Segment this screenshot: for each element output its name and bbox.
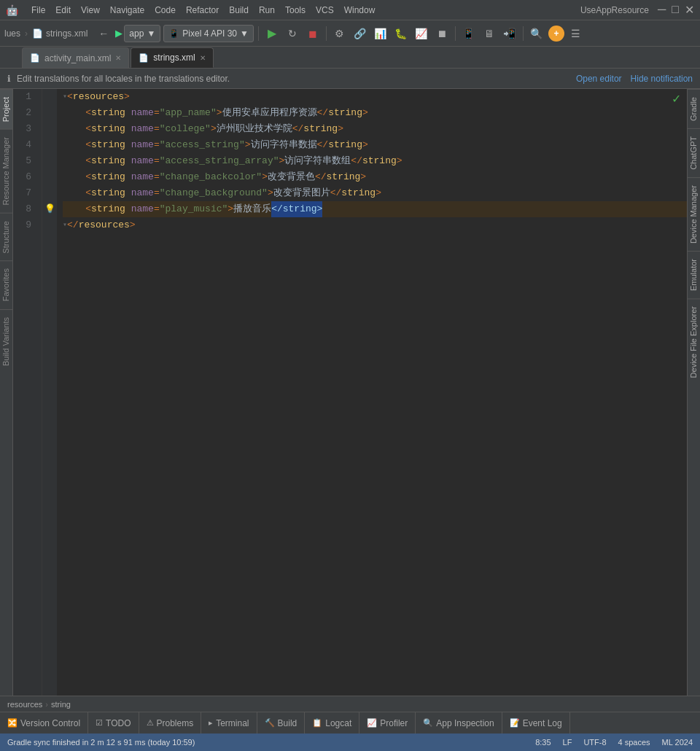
status-indent[interactable]: 4 spaces	[618, 738, 650, 747]
line-num-2: 2	[13, 105, 36, 121]
settings-button[interactable]: ☰	[567, 25, 585, 42]
status-line-info: ML 2024	[662, 738, 693, 747]
stop2-button[interactable]: ⏹	[433, 25, 451, 42]
menu-view[interactable]: View	[77, 4, 104, 17]
menu-code[interactable]: Code	[150, 4, 180, 17]
menu-run[interactable]: Run	[254, 4, 279, 17]
bottom-tab-logcat[interactable]: 📋 Logcat	[305, 712, 359, 734]
xml-bracket-open-1: <	[67, 89, 73, 105]
gutter-8-bulb[interactable]: 💡	[42, 201, 57, 217]
emulator-button[interactable]: 📱	[460, 25, 478, 42]
stop-button[interactable]: ◼	[304, 25, 322, 42]
tab-close-activity[interactable]: ✕	[115, 54, 121, 62]
indent-5	[63, 153, 85, 169]
status-time[interactable]: 8:35	[535, 738, 551, 747]
breadcrumb-part1: resources	[7, 700, 42, 709]
xml-bracket-7d: >	[376, 185, 381, 201]
tab-activity-main[interactable]: 📄 activity_main.xml ✕	[22, 47, 129, 68]
tab-strings[interactable]: 📄 strings.xml ✕	[131, 47, 213, 68]
device-dropdown[interactable]: 📱 Pixel 4 API 30 ▼	[163, 25, 254, 42]
sidebar-item-resource-manager[interactable]: Resource Manager	[0, 129, 12, 213]
sidebar-item-chatgpt[interactable]: ChatGPT	[688, 128, 700, 177]
xml-bracket-3d: >	[338, 121, 343, 137]
sidebar-item-structure[interactable]: Structure	[0, 213, 12, 261]
avd-button[interactable]: 📲	[501, 25, 518, 42]
menu-navigate[interactable]: Navigate	[106, 4, 149, 17]
attach-button[interactable]: 🔗	[351, 25, 369, 42]
indent-4	[63, 137, 85, 153]
minimize-button[interactable]: ─	[658, 3, 666, 17]
bottom-tab-todo[interactable]: ☑ TODO	[88, 712, 139, 734]
tab-close-strings[interactable]: ✕	[200, 54, 206, 62]
bottom-tab-build[interactable]: 🔨 Build	[257, 712, 306, 734]
run-button[interactable]: ▶	[263, 25, 281, 42]
title-bar: 🤖 File Edit View Navigate Code Refactor …	[0, 0, 700, 20]
editor-area[interactable]: ✓ 1 2 3 4 5 6 7 8 9	[13, 89, 687, 696]
toolbar-divider4	[523, 26, 524, 41]
line-num-1: 1	[13, 89, 36, 105]
xml-bracket-4b: >	[245, 137, 251, 153]
xml-content-3: 泸州职业技术学院	[217, 121, 292, 137]
maximize-button[interactable]: □	[672, 3, 679, 17]
debug-button[interactable]: 🐛	[392, 25, 410, 42]
xml-content-5: 访问字符串数组	[284, 153, 351, 169]
menu-vcs[interactable]: VCS	[311, 4, 338, 17]
menu-build[interactable]: Build	[225, 4, 253, 17]
menu-window[interactable]: Window	[340, 4, 380, 17]
xml-bracket-7c: </	[330, 185, 342, 201]
app-dropdown[interactable]: app ▼	[124, 25, 160, 42]
user-avatar[interactable]: +	[548, 26, 564, 42]
xml-bracket-2d: >	[362, 105, 368, 121]
open-editor-link[interactable]: Open editor	[576, 74, 622, 84]
notification-icon: ℹ	[7, 74, 11, 84]
bottom-tab-problems[interactable]: ⚠ Problems	[139, 712, 202, 734]
gutter-5	[42, 153, 57, 169]
xml-attr-3: name	[131, 121, 154, 137]
sidebar-item-device-manager[interactable]: Device Manager	[688, 177, 700, 251]
bottom-tab-profiler[interactable]: 📈 Profiler	[359, 712, 416, 734]
breadcrumb-sep1: ›	[25, 28, 28, 39]
sidebar-item-favorites[interactable]: Favorites	[0, 260, 12, 308]
bottom-tab-version-control[interactable]: 🔀 Version Control	[0, 712, 88, 734]
main-area: Project Resource Manager Structure Favor…	[0, 89, 700, 696]
search-button[interactable]: 🔍	[528, 25, 545, 42]
problems-icon: ⚠	[147, 718, 154, 728]
space-8	[125, 201, 131, 217]
sidebar-item-build-variants[interactable]: Build Variants	[0, 309, 12, 373]
xml-val-3: "college"	[160, 121, 211, 137]
breadcrumb-lues: lues	[4, 28, 20, 39]
tab-label-activity: activity_main.xml	[44, 53, 111, 63]
refresh-button[interactable]: ↻	[284, 25, 301, 42]
device-manager-button[interactable]: 🖥	[481, 25, 498, 42]
bottom-tab-event-log[interactable]: 📝 Event Log	[502, 712, 570, 734]
line-num-5: 5	[13, 153, 36, 169]
xml-val-6: "change_backcolor"	[160, 169, 262, 185]
hide-notification-link[interactable]: Hide notification	[631, 74, 693, 84]
coverage-button[interactable]: 📈	[413, 25, 430, 42]
close-button[interactable]: ✕	[685, 3, 694, 17]
xml-bracket-7b: >	[268, 185, 273, 201]
right-panel-tabs: Gradle ChatGPT Device Manager Emulator D…	[688, 89, 700, 385]
menu-edit[interactable]: Edit	[51, 4, 75, 17]
menu-file[interactable]: File	[27, 4, 50, 17]
menu-refactor[interactable]: Refactor	[182, 4, 223, 17]
tab-label-strings: strings.xml	[153, 52, 195, 63]
sidebar-item-device-file-explorer[interactable]: Device File Explorer	[688, 298, 700, 385]
code-container: 1 2 3 4 5 6 7 8 9 💡	[13, 89, 687, 696]
sidebar-item-project[interactable]: Project	[0, 89, 12, 129]
xml-attr-2: name	[131, 105, 154, 121]
bottom-tab-terminal[interactable]: ▸ Terminal	[201, 712, 257, 734]
back-button[interactable]: ←	[95, 25, 112, 42]
code-line-3: <string name="college">泸州职业技术学院</string>	[63, 121, 687, 137]
menu-tools[interactable]: Tools	[281, 4, 310, 17]
app-title: UseAppResource	[580, 5, 649, 15]
profile-button[interactable]: 📊	[372, 25, 389, 42]
sync-button[interactable]: ⚙	[331, 25, 349, 42]
sidebar-item-emulator[interactable]: Emulator	[688, 251, 700, 298]
breadcrumb-file: strings.xml	[46, 28, 88, 39]
status-encoding[interactable]: LF	[563, 738, 572, 747]
sidebar-item-gradle[interactable]: Gradle	[688, 89, 700, 128]
status-charset[interactable]: UTF-8	[583, 738, 606, 747]
bottom-tab-app-inspection[interactable]: 🔍 App Inspection	[416, 712, 502, 734]
terminal-icon: ▸	[209, 718, 213, 728]
